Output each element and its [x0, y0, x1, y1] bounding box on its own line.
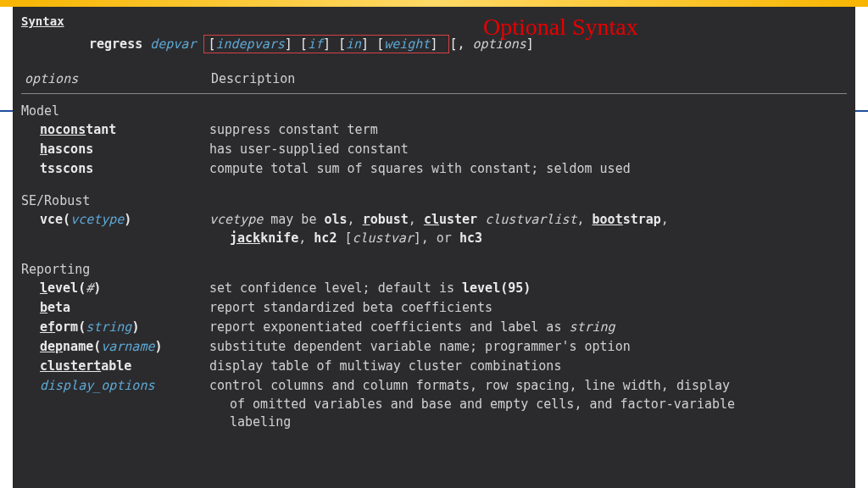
optional-box: [indepvars] [if] [in] [weight] — [203, 35, 449, 53]
opt-level: level(#) set confidence level; default i… — [21, 279, 847, 298]
group-reporting: Reporting — [21, 261, 847, 279]
opt-depname: depname(varname) substitute dependent va… — [21, 337, 847, 357]
gold-bar — [0, 0, 868, 7]
cmd-depvar[interactable]: depvar — [150, 36, 196, 52]
opt-beta: beta report standardized beta coefficien… — [21, 298, 847, 318]
display-options-link[interactable]: display_options — [40, 378, 154, 393]
side-rule-right — [855, 110, 868, 112]
side-rule-left — [0, 110, 13, 112]
col-description: Description — [211, 70, 847, 88]
opt-display-options: display_options control columns and colu… — [21, 376, 847, 396]
cmd-indepvars[interactable]: indepvars — [216, 36, 285, 52]
opt-eform: eform(string) report exponentiated coeff… — [21, 318, 847, 337]
opt-tsscons: tsscons compute total sum of squares wit… — [21, 159, 847, 179]
opt-clustertable: clustertable display table of multiway c… — [21, 357, 847, 376]
cmd-if[interactable]: if — [308, 36, 323, 52]
command-syntax: regress depvar [indepvars] [if] [in] [we… — [89, 36, 847, 53]
callout-title: Optional Syntax — [483, 14, 638, 41]
group-model: Model — [21, 103, 847, 120]
cmd-in[interactable]: in — [346, 36, 361, 52]
opt-noconstant: noconstant suppress constant term — [21, 120, 847, 140]
table-header: options Description — [21, 69, 847, 90]
syntax-header: Syntax — [21, 14, 847, 30]
opt-vce: vce(vcetype) vcetype may be ols, robust,… — [21, 210, 847, 230]
col-options: options — [21, 70, 211, 88]
cmd-regress: regress — [89, 36, 142, 52]
syntax-panel: Syntax regress depvar [indepvars] [if] [… — [13, 7, 855, 488]
opt-hascons: hascons has user-supplied constant — [21, 140, 847, 159]
group-se: SE/Robust — [21, 192, 847, 210]
divider — [21, 93, 847, 94]
cmd-weight[interactable]: weight — [384, 36, 430, 52]
opt-vce-cont: jackknife, hc2 [clustvar], or hc3 — [21, 230, 847, 247]
